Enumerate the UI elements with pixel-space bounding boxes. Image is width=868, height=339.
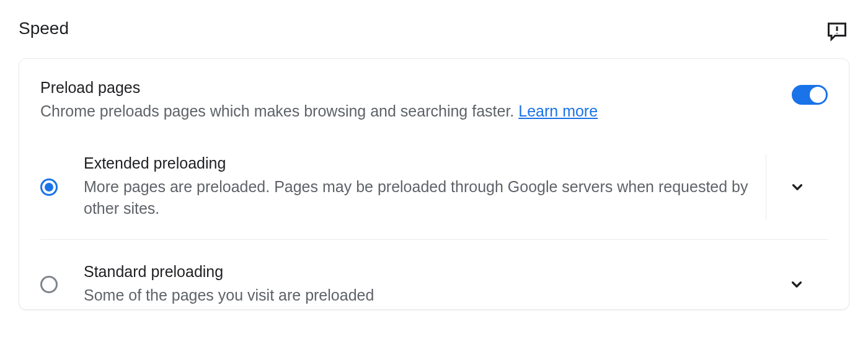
learn-more-link[interactable]: Learn more — [518, 102, 598, 120]
preload-toggle[interactable] — [792, 85, 828, 105]
radio-dot-icon — [45, 183, 53, 192]
option-title: Standard preloading — [84, 263, 753, 281]
option-title: Extended preloading — [84, 154, 753, 172]
option-description: Some of the pages you visit are preloade… — [84, 284, 753, 306]
preload-card: Preload pages Chrome preloads pages whic… — [19, 58, 849, 310]
feedback-icon — [826, 20, 848, 42]
card-description: Chrome preloads pages which makes browsi… — [40, 100, 767, 122]
option-description: More pages are preloaded. Pages may be p… — [84, 176, 753, 219]
card-description-text: Chrome preloads pages which makes browsi… — [40, 102, 518, 120]
card-title: Preload pages — [40, 79, 767, 97]
option-extended-preloading[interactable]: Extended preloading More pages are prelo… — [40, 154, 828, 219]
radio-extended[interactable] — [40, 178, 58, 196]
radio-standard[interactable] — [40, 276, 58, 293]
chevron-down-icon — [789, 179, 805, 195]
option-standard-preloading[interactable]: Standard preloading Some of the pages yo… — [40, 239, 828, 309]
expand-extended-button[interactable] — [766, 154, 828, 219]
chevron-down-icon — [789, 276, 805, 293]
section-title: Speed — [19, 19, 69, 38]
feedback-button[interactable] — [825, 19, 849, 43]
expand-standard-button[interactable] — [766, 260, 828, 309]
svg-point-1 — [836, 33, 838, 34]
toggle-knob — [810, 87, 826, 103]
